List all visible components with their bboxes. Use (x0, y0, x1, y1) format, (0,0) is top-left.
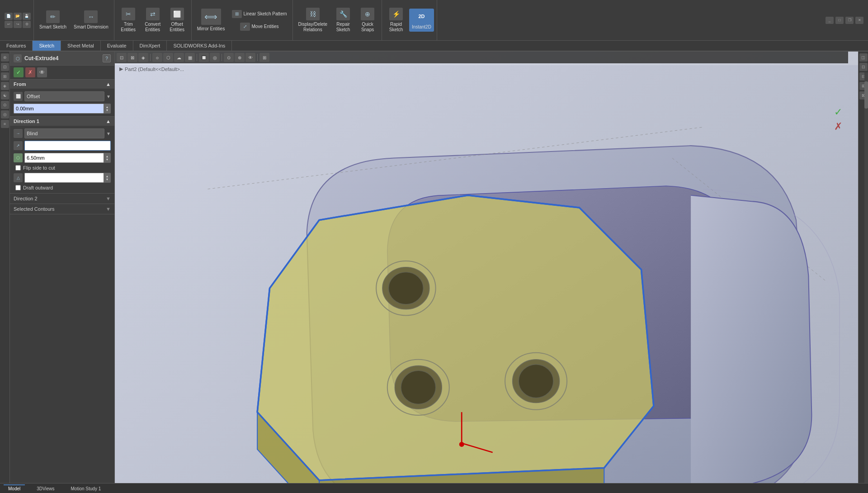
offset-entities-btn[interactable]: ⬜ OffsetEntities (166, 6, 189, 34)
left-icon-5[interactable]: ☯ (1, 91, 9, 100)
direction2-section[interactable]: Direction 2 ▼ (10, 194, 114, 204)
depth-spin[interactable]: ▲▼ (104, 153, 111, 163)
trim-entities-btn[interactable]: ✂ TrimEntities (117, 6, 140, 34)
vp-btn-8[interactable]: 🔲 (199, 53, 209, 62)
tab-features[interactable]: Features (0, 41, 33, 51)
mirror-label: Mirror Entities (197, 26, 225, 32)
direction1-header[interactable]: Direction 1 ▲ (10, 117, 114, 126)
tab-sheet-metal[interactable]: Sheet Metal (61, 41, 101, 51)
repair-sketch-label: RepairSketch (336, 22, 350, 33)
move-entities-btn[interactable]: ⤢ Move Entities (229, 21, 289, 33)
from-offset-input[interactable] (14, 104, 104, 114)
from-section-header[interactable]: From ▲ (10, 80, 114, 89)
smart-dimension-btn[interactable]: ↔ Smart Dimension (71, 9, 111, 32)
from-type-select[interactable]: Offset Sketch Plane Surface/Face/Plane (24, 91, 104, 101)
smart-dimension-label: Smart Dimension (74, 24, 108, 30)
ok-action-btn[interactable]: ✓ (14, 67, 24, 77)
left-icon-2[interactable]: ⊡ (1, 63, 9, 71)
vp-btn-6[interactable]: ☁ (174, 53, 184, 62)
tab-sketch[interactable]: Sketch (33, 41, 61, 51)
viewport-ok-btn[interactable]: ✓ (832, 106, 844, 119)
maximize-btn[interactable]: □ (835, 17, 844, 24)
viewport-cancel-btn[interactable]: ✗ (832, 120, 844, 133)
left-icon-1[interactable]: ⊛ (1, 53, 9, 62)
right-icon-1[interactable]: ◫ (859, 53, 868, 62)
left-icon-8[interactable]: ≡ (1, 120, 9, 128)
vp-btn-2[interactable]: ⊠ (127, 53, 137, 62)
new-btn[interactable]: 📄 (5, 13, 13, 20)
left-icon-4[interactable]: ◈ (1, 82, 9, 90)
vp-btn-11[interactable]: ⊕ (235, 53, 245, 62)
quick-access-group: 📄 📂 💾 ↩ ↪ ⚙ (2, 0, 34, 40)
display-delete-btn[interactable]: ⛓ Display/DeleteRelations (296, 6, 330, 34)
save-btn[interactable]: 💾 (23, 13, 31, 20)
from-offset-input-group: ▲▼ (14, 104, 111, 114)
cancel-action-btn[interactable]: ✗ (25, 67, 35, 77)
from-section-content: ⬜ Offset Sketch Plane Surface/Face/Plane… (10, 89, 114, 116)
right-icon-2[interactable]: ⊡ (859, 63, 868, 71)
svg-point-9 (401, 370, 436, 404)
vp-btn-9[interactable]: ◎ (210, 53, 220, 62)
preview-action-btn[interactable]: 👁 (37, 67, 47, 77)
vp-zoom-fit[interactable]: ⊞ (259, 53, 269, 62)
move-entities-label: Move Entities (251, 24, 278, 29)
left-icon-7[interactable]: ◎ (1, 110, 9, 119)
open-btn[interactable]: 📂 (14, 13, 22, 20)
draft-angle-input[interactable] (24, 173, 104, 183)
close-btn[interactable]: ✕ (855, 17, 863, 24)
vp-btn-7[interactable]: ▦ (185, 53, 195, 62)
quick-snaps-btn[interactable]: ⊕ QuickSnaps (356, 6, 379, 34)
vp-btn-10[interactable]: ⊙ (224, 53, 234, 62)
tab-evaluate[interactable]: Evaluate (101, 41, 133, 51)
convert-entities-btn[interactable]: ⇄ ConvertEntities (142, 6, 164, 34)
status-tab-3dviews[interactable]: 3DViews (32, 484, 59, 492)
end-condition-select[interactable]: Blind Through All Up to Next (24, 128, 104, 138)
help-icon[interactable]: ? (103, 54, 111, 62)
status-tab-model[interactable]: Model (4, 484, 25, 492)
direction-ref-row: ↗ (14, 141, 111, 151)
left-icon-6[interactable]: ⊙ (1, 101, 9, 109)
tab-addins[interactable]: SOLIDWORKS Add-Ins (167, 41, 232, 51)
display-group: ⛓ Display/DeleteRelations 🔧 RepairSketch… (293, 0, 382, 40)
vp-btn-3[interactable]: ◈ (138, 53, 148, 62)
mirror-entities-btn[interactable]: ⟺ Mirror Entities (194, 7, 228, 33)
vp-btn-4[interactable]: ⌾ (152, 53, 162, 62)
rapid-sketch-btn[interactable]: ⚡ RapidSketch (385, 6, 407, 34)
left-icon-strip: ⊛ ⊡ ⊞ ◈ ☯ ⊙ ◎ ≡ (0, 52, 10, 483)
from-offset-spin[interactable]: ▲▼ (104, 104, 111, 114)
draft-spin[interactable]: ▲▼ (104, 173, 111, 183)
options-btn[interactable]: ⚙ (23, 21, 31, 28)
from-select-arrow: ▼ (106, 94, 111, 99)
redo-btn[interactable]: ↪ (14, 21, 22, 28)
draft-outward-checkbox[interactable] (15, 185, 21, 190)
direction-ref-input[interactable] (24, 141, 111, 151)
from-label: From (14, 81, 26, 87)
repair-sketch-btn[interactable]: 🔧 RepairSketch (332, 6, 354, 34)
smart-sketch-btn[interactable]: ✏ Smart Sketch (37, 9, 69, 32)
model-viewport-svg: Z X Y (115, 65, 858, 483)
vp-btn-12[interactable]: 👁 (245, 53, 255, 62)
direction1-label: Direction 1 (14, 119, 39, 124)
minimize-btn[interactable]: _ (826, 17, 834, 24)
depth-input[interactable] (24, 153, 104, 163)
vp-btn-1[interactable]: ⊡ (117, 53, 127, 62)
direction1-content: → Blind Through All Up to Next ▼ ↗ (10, 126, 114, 193)
status-tab-motion[interactable]: Motion Study 1 (66, 484, 106, 492)
tab-dimxpert[interactable]: DimXpert (133, 41, 167, 51)
window-controls: _ □ ❐ ✕ (823, 0, 866, 40)
linear-sketch-btn[interactable]: ⊞ Linear Sketch Pattern (229, 8, 289, 20)
undo-btn[interactable]: ↩ (5, 21, 13, 28)
selected-contours-section[interactable]: Selected Contours ▼ (10, 204, 114, 214)
vp-sep-4 (257, 54, 258, 61)
tab-bar: Features Sketch Sheet Metal Evaluate Dim… (0, 41, 868, 52)
restore-btn[interactable]: ❐ (845, 17, 854, 24)
depth-row: ⬡ ▲▼ (14, 153, 111, 163)
left-icon-3[interactable]: ⊞ (1, 72, 9, 81)
direction2-label: Direction 2 (14, 196, 38, 201)
vp-btn-5[interactable]: ⬡ (163, 53, 173, 62)
panel-scrollable: From ▲ ⬜ Offset Sketch Plane Surface/Fac… (10, 80, 114, 483)
depth-input-group: ▲▼ (24, 153, 111, 163)
instant2d-btn[interactable]: 2D Instant2D (409, 9, 434, 32)
flip-side-checkbox[interactable] (15, 165, 21, 171)
confirm-cancel-overlay: ✓ ✗ (832, 106, 844, 133)
